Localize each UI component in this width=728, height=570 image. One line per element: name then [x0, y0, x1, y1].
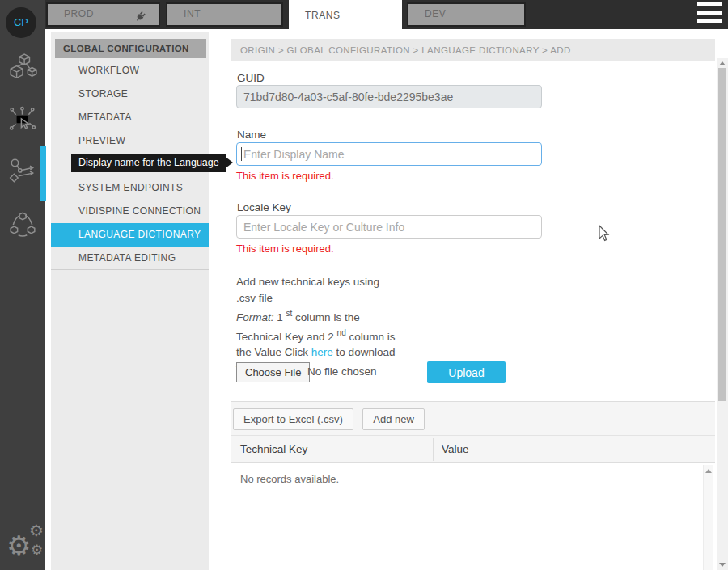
- avatar-initials: CP: [14, 16, 28, 28]
- csv-sup: nd: [337, 328, 346, 337]
- tab-dev[interactable]: DEV: [407, 2, 526, 27]
- csv-help-text: Add new technical keys using .csv file F…: [236, 274, 398, 376]
- tooltip: Display name for the Language: [71, 154, 226, 172]
- menu-icon[interactable]: [697, 2, 722, 23]
- mouse-cursor: [597, 225, 610, 243]
- choose-file-button[interactable]: Choose File: [236, 362, 310, 382]
- locale-key-error: This item is required.: [236, 243, 334, 255]
- locale-key-field[interactable]: [236, 215, 542, 239]
- tab-dev-label: DEV: [425, 8, 446, 19]
- tab-int[interactable]: INT: [166, 2, 283, 27]
- grid-body: No records available.: [231, 463, 703, 570]
- tooltip-text: Display name for the Language: [78, 157, 219, 168]
- topbar: PROD INT TRANS DEV: [0, 0, 728, 29]
- nav-header-global-configuration[interactable]: GLOBAL CONFIGURATION: [55, 39, 206, 58]
- config-nav: GLOBAL CONFIGURATION WORKFLOW STORAGE ME…: [51, 32, 209, 570]
- name-label: Name: [237, 129, 266, 141]
- cluster-icon[interactable]: [8, 209, 37, 239]
- column-header-technical-key[interactable]: Technical Key: [240, 436, 307, 462]
- csv-help-intro: Add new technical keys using .csv file: [236, 276, 379, 304]
- csv-help-seg: 1: [277, 311, 283, 323]
- name-field[interactable]: [236, 142, 542, 166]
- sidebar: CP ⚙ ⚙ ⚙: [0, 0, 45, 570]
- nav-item-metadata-editing[interactable]: METADATA EDITING: [51, 247, 209, 270]
- column-divider: [433, 438, 434, 461]
- gear-icon: ⚙: [31, 543, 43, 557]
- nav-item-vidispine-connection[interactable]: VIDISPINE CONNECTION: [51, 200, 209, 223]
- grid-toolbar: Export to Excel (.csv) Add new: [231, 401, 715, 436]
- assets-cubes-icon[interactable]: [8, 52, 37, 81]
- text-caret: [241, 147, 242, 161]
- scrollbar-thumb[interactable]: [718, 68, 726, 401]
- grid-header-row: Technical Key Value: [231, 436, 715, 463]
- download-sample-link[interactable]: here: [311, 346, 333, 358]
- interactive-network-icon[interactable]: [8, 104, 37, 133]
- avatar[interactable]: CP: [6, 7, 36, 38]
- nav-item-workflow[interactable]: WORKFLOW: [51, 59, 209, 82]
- scroll-down-icon[interactable]: [719, 563, 726, 567]
- active-indicator: [40, 146, 46, 201]
- scroll-up-icon[interactable]: [705, 469, 712, 473]
- tab-trans[interactable]: TRANS: [289, 0, 402, 32]
- settings-gears-icon[interactable]: ⚙ ⚙ ⚙: [5, 526, 45, 564]
- nav-item-storage[interactable]: STORAGE: [51, 82, 209, 106]
- guid-field: [236, 85, 542, 108]
- workflow-routing-icon[interactable]: [8, 157, 37, 186]
- csv-format-label: Format:: [236, 311, 274, 323]
- no-file-chosen-text: No file chosen: [307, 365, 377, 378]
- nav-item-system-endpoints[interactable]: SYSTEM ENDPOINTS: [51, 176, 209, 200]
- add-new-button[interactable]: Add new: [362, 408, 425, 430]
- plug-icon: [134, 10, 147, 23]
- scroll-up-icon[interactable]: [719, 61, 726, 65]
- guid-label: GUID: [237, 72, 265, 84]
- nav-item-metadata[interactable]: METADATA: [51, 106, 209, 129]
- tab-int-label: INT: [184, 8, 201, 19]
- gear-icon: ⚙: [29, 522, 44, 538]
- export-excel-button[interactable]: Export to Excel (.csv): [233, 408, 353, 430]
- tab-trans-label: TRANS: [305, 10, 341, 21]
- locale-key-label: Locale Key: [237, 201, 291, 213]
- nav-item-language-dictionary[interactable]: LANGUAGE DICTIONARY: [51, 223, 209, 247]
- gear-icon: ⚙: [6, 532, 31, 559]
- csv-sup: st: [286, 309, 293, 318]
- breadcrumb: ORIGIN > GLOBAL CONFIGURATION > LANGUAGE…: [231, 39, 715, 61]
- nav-item-preview[interactable]: PREVIEW: [51, 129, 209, 153]
- grid-scrollbar[interactable]: [703, 465, 713, 570]
- empty-records-text: No records available.: [240, 473, 339, 485]
- main-scrollbar[interactable]: [717, 58, 728, 570]
- column-header-value[interactable]: Value: [442, 436, 469, 462]
- name-error: This item is required.: [236, 170, 334, 182]
- tab-prod[interactable]: PROD: [46, 2, 160, 27]
- tab-prod-label: PROD: [64, 8, 94, 19]
- upload-button[interactable]: Upload: [427, 361, 506, 383]
- tooltip-arrow-icon: [226, 158, 233, 167]
